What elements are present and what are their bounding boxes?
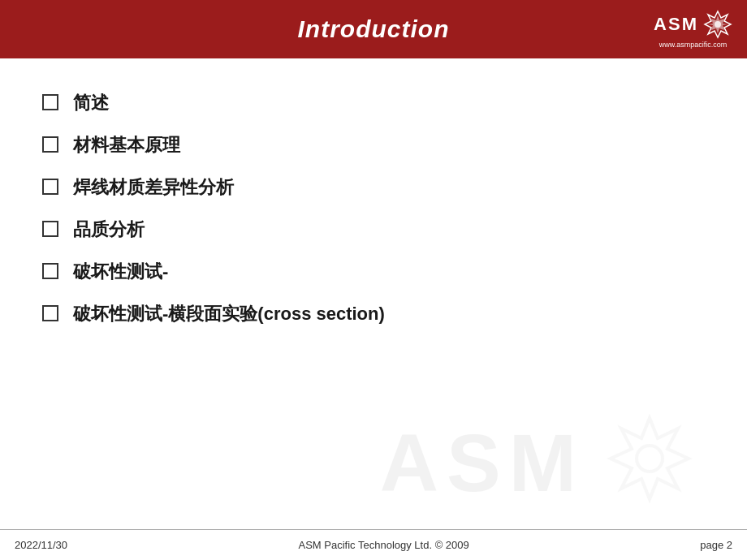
bullet-text-4: 品质分析 bbox=[73, 218, 145, 242]
logo-website: www.asmpacific.com bbox=[659, 41, 728, 49]
svg-point-4 bbox=[637, 446, 663, 472]
bullet-item-6: 破坏性测试-横段面实验(cross section) bbox=[42, 302, 705, 326]
bullet-text-2: 材料基本原理 bbox=[73, 133, 180, 157]
slide-title: Introduction bbox=[298, 15, 450, 43]
svg-point-2 bbox=[715, 21, 721, 28]
bullet-item-2: 材料基本原理 bbox=[42, 133, 705, 157]
bullet-checkbox-6 bbox=[42, 305, 58, 321]
bullet-list: 简述材料基本原理焊线材质差异性分析品质分析破坏性测试-破坏性测试-横段面实验(c… bbox=[42, 91, 705, 326]
bullet-item-5: 破坏性测试- bbox=[42, 260, 705, 284]
bullet-text-3: 焊线材质差异性分析 bbox=[73, 175, 234, 200]
bullet-item-4: 品质分析 bbox=[42, 218, 705, 242]
bullet-checkbox-3 bbox=[42, 179, 58, 195]
bullet-checkbox-5 bbox=[42, 263, 58, 279]
logo-area: ASM www.asmpacific.com bbox=[654, 10, 732, 49]
footer-company: ASM Pacific Technology Ltd. © 2009 bbox=[299, 539, 469, 551]
svg-marker-3 bbox=[611, 418, 689, 499]
watermark-icon bbox=[601, 414, 698, 511]
bullet-checkbox-1 bbox=[42, 94, 58, 110]
bullet-item-3: 焊线材质差异性分析 bbox=[42, 175, 705, 200]
bullet-checkbox-2 bbox=[42, 136, 58, 153]
logo-name: ASM bbox=[654, 15, 698, 33]
bullet-checkbox-4 bbox=[42, 221, 58, 237]
asm-logo-icon bbox=[703, 10, 732, 39]
footer-date: 2022/11/30 bbox=[15, 539, 67, 551]
bullet-text-6: 破坏性测试-横段面实验(cross section) bbox=[73, 302, 385, 326]
slide-footer: 2022/11/30 ASM Pacific Technology Ltd. ©… bbox=[0, 529, 747, 560]
watermark: ASM bbox=[380, 414, 698, 511]
slide-header: Introduction ASM www.asmpacific.com bbox=[0, 0, 747, 58]
footer-page: page 2 bbox=[700, 539, 732, 551]
bullet-text-1: 简述 bbox=[73, 91, 109, 115]
bullet-text-5: 破坏性测试- bbox=[73, 260, 168, 284]
slide-content: 简述材料基本原理焊线材质差异性分析品质分析破坏性测试-破坏性测试-横段面实验(c… bbox=[0, 58, 747, 360]
bullet-item-1: 简述 bbox=[42, 91, 705, 115]
